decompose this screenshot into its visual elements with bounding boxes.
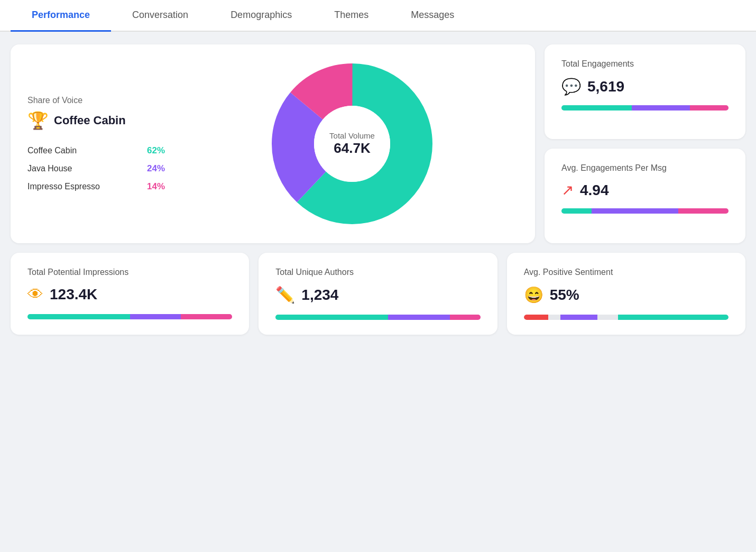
unique-authors-bar <box>275 315 480 320</box>
donut-center-label: Total Volume <box>329 131 375 140</box>
tab-messages[interactable]: Messages <box>390 0 475 32</box>
share-of-voice-card: Share of Voice 🏆 Coffee Cabin Coffee Cab… <box>11 44 535 243</box>
avg-engagements-bar <box>561 208 729 214</box>
unique-authors-value: 1,234 <box>301 287 338 303</box>
impressions-card: Total Potential Impressions 👁 123.4K <box>11 253 249 335</box>
donut-center: Total Volume 64.7K <box>329 131 375 157</box>
sentiment-bar-teal <box>618 315 729 320</box>
impressions-value: 123.4K <box>50 286 97 303</box>
bar-pink <box>181 314 232 319</box>
impressions-bar <box>27 314 232 319</box>
impressions-title: Total Potential Impressions <box>27 268 232 277</box>
total-engagements-title: Total Engagements <box>561 59 729 69</box>
tab-themes[interactable]: Themes <box>313 0 390 32</box>
tab-demographics[interactable]: Demographics <box>209 0 313 32</box>
avg-engagements-title: Avg. Engagements Per Msg <box>561 163 729 173</box>
bar-pink <box>678 208 729 214</box>
donut-wrapper: Total Volume 64.7K <box>186 59 518 228</box>
sov-item-label: Coffee Cabin <box>27 146 77 155</box>
sov-item-java-house: Java House 24% <box>27 163 165 174</box>
sov-left: Share of Voice 🏆 Coffee Cabin Coffee Cab… <box>27 96 165 192</box>
avg-engagements-value: 4.94 <box>580 182 609 199</box>
nav-tabs: Performance Conversation Demographics Th… <box>0 0 756 32</box>
avg-engagements-card: Avg. Engagements Per Msg ↗ 4.94 <box>545 149 745 243</box>
sentiment-title: Avg. Positive Sentiment <box>524 268 729 277</box>
bar-teal <box>561 208 592 214</box>
sentiment-value-row: 😄 55% <box>524 286 729 304</box>
sov-item-pct: 62% <box>147 145 165 156</box>
smile-icon: 😄 <box>524 286 543 304</box>
sentiment-bar-purple <box>560 315 597 320</box>
sov-label: Share of Voice <box>27 96 165 105</box>
total-engagements-value-row: 💬 5,619 <box>561 77 729 96</box>
arrow-up-icon: ↗ <box>561 181 574 199</box>
bar-teal <box>561 105 632 111</box>
unique-authors-title: Total Unique Authors <box>275 268 480 277</box>
bar-teal <box>275 315 388 320</box>
sentiment-bar-gap2 <box>597 315 618 320</box>
sentiment-bar-gap1 <box>548 315 560 320</box>
sentiment-card: Avg. Positive Sentiment 😄 55% <box>507 253 745 335</box>
bar-purple <box>592 208 678 214</box>
bar-pink <box>450 315 481 320</box>
sov-item-label: Impresso Espresso <box>27 182 100 191</box>
bar-pink <box>690 105 729 111</box>
pencil-icon: ✏️ <box>275 286 295 304</box>
sentiment-bar-red <box>524 315 548 320</box>
tab-performance[interactable]: Performance <box>11 0 111 32</box>
sov-item-pct: 24% <box>147 163 165 174</box>
eye-icon: 👁 <box>27 286 43 303</box>
sov-item-pct: 14% <box>147 181 165 192</box>
trophy-icon: 🏆 <box>27 111 49 131</box>
bar-teal <box>27 314 130 319</box>
total-engagements-value: 5,619 <box>587 78 624 95</box>
sentiment-bar <box>524 315 729 320</box>
bar-purple <box>130 314 181 319</box>
unique-authors-card: Total Unique Authors ✏️ 1,234 <box>259 253 497 335</box>
bottom-grid: Total Potential Impressions 👁 123.4K Tot… <box>11 253 745 335</box>
sov-item-coffee-cabin: Coffee Cabin 62% <box>27 145 165 156</box>
bar-purple <box>632 105 690 111</box>
avg-engagements-value-row: ↗ 4.94 <box>561 181 729 199</box>
donut-center-value: 64.7K <box>329 140 375 157</box>
donut-chart: Total Volume 64.7K <box>268 59 437 228</box>
bar-purple <box>388 315 449 320</box>
impressions-value-row: 👁 123.4K <box>27 286 232 303</box>
sov-item-label: Java House <box>27 164 72 173</box>
right-column: Total Engagements 💬 5,619 Avg. Engagemen… <box>545 44 745 243</box>
unique-authors-value-row: ✏️ 1,234 <box>275 286 480 304</box>
sov-brand: 🏆 Coffee Cabin <box>27 111 165 131</box>
sov-brand-name: Coffee Cabin <box>54 114 126 127</box>
total-engagements-card: Total Engagements 💬 5,619 <box>545 44 745 139</box>
main-content: Share of Voice 🏆 Coffee Cabin Coffee Cab… <box>0 32 756 347</box>
tab-conversation[interactable]: Conversation <box>111 0 209 32</box>
total-engagements-bar <box>561 105 729 111</box>
sov-item-impresso: Impresso Espresso 14% <box>27 181 165 192</box>
top-grid: Share of Voice 🏆 Coffee Cabin Coffee Cab… <box>11 44 745 243</box>
chat-bubble-icon: 💬 <box>561 77 581 96</box>
sentiment-value: 55% <box>550 287 579 303</box>
sov-items: Coffee Cabin 62% Java House 24% Impresso… <box>27 145 165 192</box>
